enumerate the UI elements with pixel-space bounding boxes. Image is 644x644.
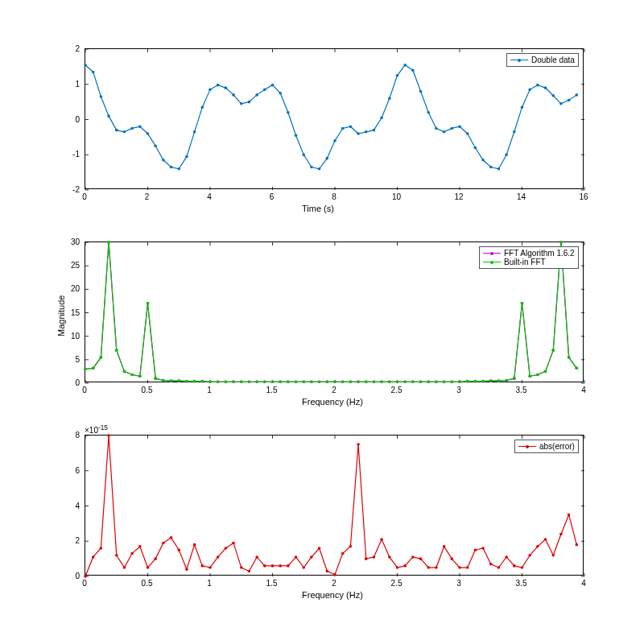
series-marker [193,130,196,134]
legend-entry: Built-in FFT [483,258,575,266]
series-marker [123,370,126,374]
series-marker [130,374,134,377]
legend-swatch [483,262,501,262]
plot-svg [85,436,584,576]
series-marker [154,145,157,148]
series-marker [427,380,430,383]
series-marker [201,105,204,109]
series-marker [568,356,571,359]
legend: abs(error) [514,440,579,453]
series-marker [271,84,275,87]
series-marker [279,564,282,568]
series-marker [551,349,555,352]
xlabel: Time (s) [302,204,334,213]
series-marker [443,545,446,548]
series-marker [318,547,321,550]
series-marker [373,555,376,559]
xlabel: Frequency (Hz) [302,590,363,600]
series-marker [208,89,212,92]
series-marker [318,167,321,171]
series-marker [513,130,516,134]
series-marker [240,380,243,383]
series-marker [380,117,383,120]
series-marker [505,555,508,559]
series-marker [419,90,423,93]
series-marker [458,125,461,128]
series-marker [225,86,228,89]
series-marker [373,380,376,383]
plot-svg [85,49,584,190]
series-marker [551,554,555,557]
legend-label: FFT Algorithm 1.6.2 [504,249,575,258]
series-marker [380,380,383,383]
series-marker [100,356,103,359]
series-marker [310,166,313,169]
series-marker [427,566,430,569]
series-marker [341,552,345,555]
series-marker [162,159,165,162]
series-marker [466,566,469,569]
series-marker [544,538,547,541]
series-marker [263,380,266,383]
series-marker [451,127,454,130]
legend-swatch [483,253,501,254]
series-marker [559,533,563,536]
series-marker [521,566,524,569]
series-marker [357,380,360,383]
series-marker [302,566,305,569]
xlabel: Frequency (Hz) [302,397,363,407]
xtick-label: 0.5 [142,579,153,588]
xtick-label: 0 [82,386,87,394]
xtick-label: 3 [456,579,461,588]
series-marker [357,132,360,135]
xtick-label: 2 [332,386,336,394]
series-marker [138,374,142,378]
series-marker [295,134,298,137]
series-marker [248,101,251,104]
xtick-label: 2.5 [391,386,402,394]
y-exponent: ×10-15 [85,423,108,435]
series-marker [349,125,353,128]
legend: Double data [506,53,579,67]
series-marker [295,380,298,383]
ytick-label: 4 [64,501,80,510]
series-marker [201,380,204,383]
ytick-label: 2 [64,44,80,53]
series-marker [84,64,87,67]
series-marker [559,102,563,105]
series-marker [349,545,353,548]
series-marker [185,155,188,159]
series-marker [396,380,399,383]
series-marker [513,564,516,568]
series-marker [451,557,454,560]
legend-label: Double data [531,56,575,64]
xtick-label: 2.5 [391,579,402,588]
series-marker [123,566,126,569]
series-marker [92,367,95,370]
series-marker [544,370,547,374]
xtick-label: 16 [579,192,588,201]
legend-entry: Double data [510,56,575,64]
series-marker [466,380,469,383]
series-marker [505,379,508,382]
series-marker [208,566,212,569]
series-marker [481,380,485,383]
series-marker [248,380,251,383]
series-marker [310,555,313,559]
xtick-label: 3 [456,386,461,394]
ytick-label: 25 [64,261,80,270]
series-marker [287,564,290,568]
xtick-label: 3.5 [516,386,527,394]
series-marker [248,570,251,573]
series-marker [177,548,180,551]
series-marker [326,380,329,383]
series-marker [177,167,180,171]
series-marker [497,167,501,171]
ytick-label: 0 [64,114,80,123]
ytick-label: 0 [64,378,80,387]
series-marker [208,380,212,383]
series-marker [130,127,134,130]
series-marker [403,564,407,568]
series-marker [115,349,118,352]
series-marker [225,380,228,383]
